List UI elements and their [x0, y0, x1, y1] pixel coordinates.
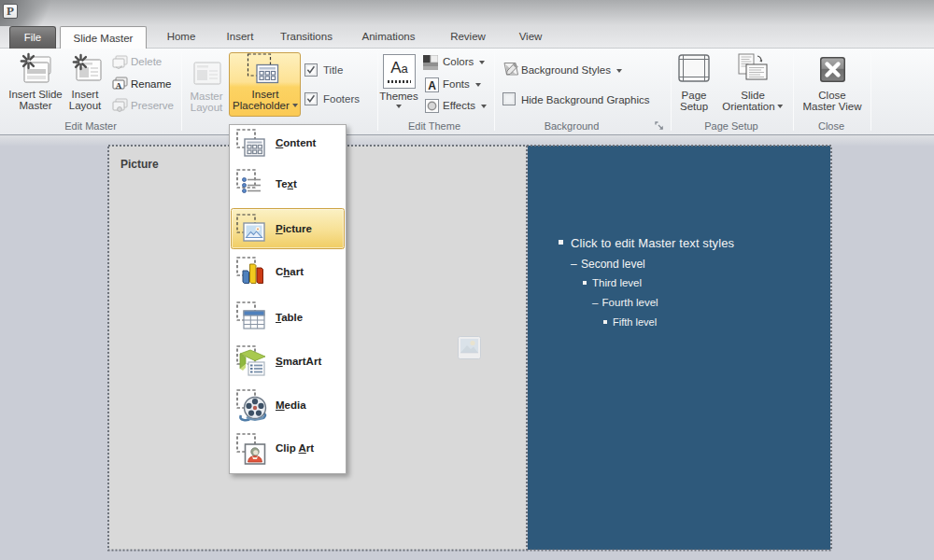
svg-text:A: A: [428, 79, 436, 92]
svg-text:A: A: [116, 81, 122, 91]
